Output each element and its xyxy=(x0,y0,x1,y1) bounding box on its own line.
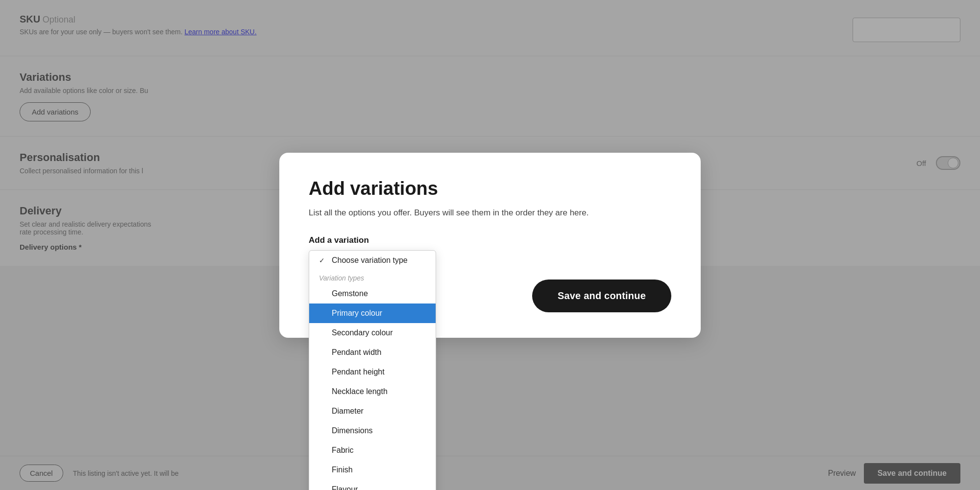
modal-description: List all the options you offer. Buyers w… xyxy=(309,208,671,218)
modal-overlay[interactable]: Add variations List all the options you … xyxy=(0,0,980,490)
dropdown-item-label: Secondary colour xyxy=(332,328,393,337)
dropdown-item-finish[interactable]: Finish xyxy=(309,460,436,480)
dropdown-item-primary-colour[interactable]: Primary colour xyxy=(309,303,436,323)
add-variations-modal: Add variations List all the options you … xyxy=(279,153,701,338)
dropdown-item-flavour[interactable]: Flavour xyxy=(309,480,436,490)
dropdown-item-pendant-height[interactable]: Pendant height xyxy=(309,362,436,382)
dropdown-item-label: Diameter xyxy=(332,407,364,416)
dropdown-item-label: Fabric xyxy=(332,446,353,455)
dropdown-item-label: Flavour xyxy=(332,485,358,490)
dropdown-category-variation-types: Variation types xyxy=(309,270,436,284)
dropdown-item-pendant-width[interactable]: Pendant width xyxy=(309,343,436,362)
modal-title: Add variations xyxy=(309,178,671,199)
checkmark-icon: ✓ xyxy=(319,257,327,264)
dropdown-item-fabric[interactable]: Fabric xyxy=(309,441,436,460)
dropdown-item-diameter[interactable]: Diameter xyxy=(309,401,436,421)
dropdown-item-label: Pendant height xyxy=(332,368,385,376)
dropdown-item-label: Pendant width xyxy=(332,348,381,357)
variation-dropdown[interactable]: ✓ Choose variation type Variation types … xyxy=(309,250,436,490)
dropdown-item-secondary-colour[interactable]: Secondary colour xyxy=(309,323,436,343)
dropdown-item-label: Dimensions xyxy=(332,426,373,435)
dropdown-item-label: Choose variation type xyxy=(332,256,408,265)
modal-save-continue-button[interactable]: Save and continue xyxy=(532,280,671,312)
dropdown-item-gemstone[interactable]: Gemstone xyxy=(309,284,436,303)
dropdown-item-label: Primary colour xyxy=(332,309,382,318)
dropdown-item-dimensions[interactable]: Dimensions xyxy=(309,421,436,441)
dropdown-item-label: Necklace length xyxy=(332,387,388,396)
dropdown-item-necklace-length[interactable]: Necklace length xyxy=(309,382,436,401)
dropdown-item-choose[interactable]: ✓ Choose variation type xyxy=(309,251,436,270)
dropdown-item-label: Finish xyxy=(332,466,353,474)
dropdown-item-label: Gemstone xyxy=(332,289,368,298)
add-variation-label: Add a variation xyxy=(309,235,671,245)
